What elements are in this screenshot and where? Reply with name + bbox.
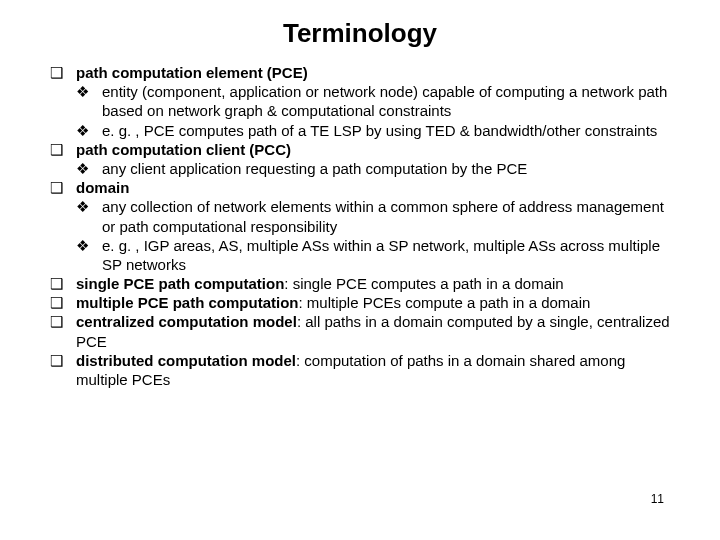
slide: Terminology ❑ path computation element (… — [0, 0, 720, 540]
definition-text: : multiple PCEs compute a path in a doma… — [299, 294, 591, 311]
list-item: ❑ distributed computation model: computa… — [50, 351, 670, 389]
list-item: ❑ multiple PCE path computation: multipl… — [50, 293, 670, 312]
definition-text: e. g. , PCE computes path of a TE LSP by… — [102, 121, 670, 140]
term-label: distributed computation model — [76, 352, 296, 369]
term-label: path computation element (PCE) — [76, 64, 308, 81]
diamond-bullet-icon: ❖ — [76, 82, 102, 120]
definition-text: any collection of network elements withi… — [102, 197, 670, 235]
page-number: 11 — [651, 492, 664, 506]
diamond-bullet-icon: ❖ — [76, 159, 102, 178]
definition-text: : single PCE computes a path in a domain — [284, 275, 563, 292]
list-item: ❖ any client application requesting a pa… — [76, 159, 670, 178]
list-item: ❖ entity (component, application or netw… — [76, 82, 670, 120]
list-item: ❖ e. g. , IGP areas, AS, multiple ASs wi… — [76, 236, 670, 274]
square-bullet-icon: ❑ — [50, 140, 76, 159]
square-bullet-icon: ❑ — [50, 63, 76, 82]
list-item: ❑ domain — [50, 178, 670, 197]
definition-text: any client application requesting a path… — [102, 159, 670, 178]
term-label: multiple PCE path computation — [76, 294, 299, 311]
term-label: single PCE path computation — [76, 275, 284, 292]
square-bullet-icon: ❑ — [50, 351, 76, 389]
slide-title: Terminology — [50, 18, 670, 49]
diamond-bullet-icon: ❖ — [76, 121, 102, 140]
term-label: path computation client (PCC) — [76, 141, 291, 158]
list-item: ❖ e. g. , PCE computes path of a TE LSP … — [76, 121, 670, 140]
definition-text: e. g. , IGP areas, AS, multiple ASs with… — [102, 236, 670, 274]
list-item: ❑ centralized computation model: all pat… — [50, 312, 670, 350]
square-bullet-icon: ❑ — [50, 312, 76, 350]
diamond-bullet-icon: ❖ — [76, 197, 102, 235]
list-item: ❑ path computation client (PCC) — [50, 140, 670, 159]
square-bullet-icon: ❑ — [50, 178, 76, 197]
slide-content: ❑ path computation element (PCE) ❖ entit… — [50, 63, 670, 389]
term-label: domain — [76, 179, 129, 196]
list-item: ❖ any collection of network elements wit… — [76, 197, 670, 235]
list-item: ❑ single PCE path computation: single PC… — [50, 274, 670, 293]
square-bullet-icon: ❑ — [50, 274, 76, 293]
square-bullet-icon: ❑ — [50, 293, 76, 312]
list-item: ❑ path computation element (PCE) — [50, 63, 670, 82]
diamond-bullet-icon: ❖ — [76, 236, 102, 274]
term-label: centralized computation model — [76, 313, 297, 330]
definition-text: entity (component, application or networ… — [102, 82, 670, 120]
